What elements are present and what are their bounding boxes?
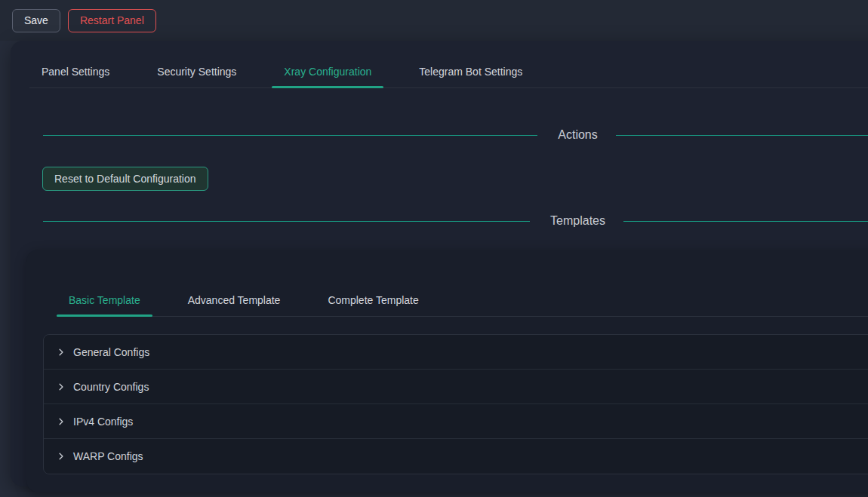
- templates-divider: Templates: [43, 214, 868, 228]
- template-tabs: Basic Template Advanced Template Complet…: [57, 250, 868, 317]
- config-collapse-list: General Configs Country Configs IPv4 Con…: [43, 334, 868, 474]
- tab-advanced-template[interactable]: Advanced Template: [176, 287, 293, 316]
- actions-divider-title: Actions: [558, 128, 597, 142]
- templates-card: Basic Template Advanced Template Complet…: [26, 250, 868, 492]
- tab-panel-settings[interactable]: Panel Settings: [29, 59, 122, 87]
- collapse-label: WARP Configs: [73, 450, 143, 462]
- chevron-right-icon: [57, 417, 66, 426]
- actions-divider: Actions: [43, 128, 868, 142]
- top-action-bar: Save Restart Panel: [0, 0, 868, 41]
- collapse-warp-configs[interactable]: WARP Configs: [44, 439, 868, 474]
- chevron-right-icon: [57, 348, 66, 357]
- save-button[interactable]: Save: [12, 9, 60, 32]
- tab-security-settings[interactable]: Security Settings: [145, 59, 248, 87]
- templates-divider-title: Templates: [550, 214, 605, 228]
- restart-panel-button[interactable]: Restart Panel: [68, 9, 156, 32]
- collapse-label: General Configs: [73, 346, 149, 358]
- collapse-label: IPv4 Configs: [73, 416, 133, 428]
- tab-telegram-bot-settings[interactable]: Telegram Bot Settings: [407, 59, 534, 87]
- collapse-label: Country Configs: [73, 381, 149, 393]
- chevron-right-icon: [57, 452, 66, 461]
- settings-card: Panel Settings Security Settings Xray Co…: [11, 41, 868, 486]
- collapse-general-configs[interactable]: General Configs: [44, 335, 868, 370]
- collapse-country-configs[interactable]: Country Configs: [44, 370, 868, 404]
- reset-default-configuration-button[interactable]: Reset to Default Configuration: [42, 167, 208, 191]
- settings-tabs: Panel Settings Security Settings Xray Co…: [29, 41, 868, 88]
- chevron-right-icon: [57, 382, 66, 391]
- collapse-ipv4-configs[interactable]: IPv4 Configs: [44, 404, 868, 439]
- tab-basic-template[interactable]: Basic Template: [57, 287, 152, 316]
- tab-complete-template[interactable]: Complete Template: [315, 287, 430, 316]
- tab-xray-configuration[interactable]: Xray Configuration: [272, 59, 383, 87]
